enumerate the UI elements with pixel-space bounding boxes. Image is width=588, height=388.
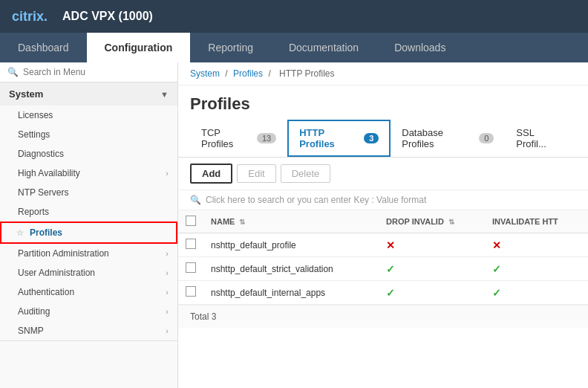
sidebar-section-system: System ▼ Licenses Settings Diagnostics H… xyxy=(0,83,177,341)
tab-reporting[interactable]: Reporting xyxy=(190,33,271,62)
breadcrumb-system[interactable]: System xyxy=(190,68,220,79)
content-area: System / Profiles / HTTP Profiles Profil… xyxy=(178,62,588,388)
total-bar: Total 3 xyxy=(178,305,588,328)
sidebar-item-licenses[interactable]: Licenses xyxy=(0,106,177,125)
arrow-right-icon: › xyxy=(166,307,169,316)
sidebar-section-title[interactable]: System ▼ xyxy=(0,83,177,106)
chevron-down-icon: ▼ xyxy=(160,90,169,99)
table-search-bar[interactable]: 🔍 Click here to search or you can enter … xyxy=(178,190,588,210)
check-icon: ✓ xyxy=(386,263,395,275)
nav-tabs: Dashboard Configuration Reporting Docume… xyxy=(0,33,588,62)
sidebar-item-authentication[interactable]: Authentication › xyxy=(0,282,177,302)
search-hint: Click here to search or you can enter Ke… xyxy=(206,195,426,205)
delete-button[interactable]: Delete xyxy=(281,164,331,183)
star-icon: ☆ xyxy=(16,228,24,238)
row-checkbox[interactable] xyxy=(186,262,196,273)
header-name[interactable]: NAME ⇅ xyxy=(203,210,379,233)
header-invalidate-http[interactable]: INVALIDATE HTT xyxy=(485,210,588,233)
check-icon: ✓ xyxy=(386,287,395,299)
row-invalidate-http: ✕ xyxy=(485,233,588,257)
row-drop-invalid: ✕ xyxy=(379,233,485,257)
tab-dashboard[interactable]: Dashboard xyxy=(0,33,87,62)
sidebar-item-ntp-servers[interactable]: NTP Servers xyxy=(0,183,177,202)
arrow-right-icon: › xyxy=(166,326,169,335)
arrow-right-icon: › xyxy=(166,268,169,277)
search-box[interactable]: 🔍 xyxy=(0,62,177,83)
top-bar: citrix. ADC VPX (1000) xyxy=(0,0,588,33)
profiles-table: NAME ⇅ DROP INVALID ⇅ INVALIDATE HTT nsh… xyxy=(178,210,588,305)
page-title: Profiles xyxy=(178,85,588,120)
row-name: nshttp_default_internal_apps xyxy=(203,281,379,305)
tab-ssl-profiles[interactable]: SSL Profil... xyxy=(505,120,576,156)
tab-database-profiles[interactable]: Database Profiles 0 xyxy=(391,120,505,156)
tab-documentation[interactable]: Documentation xyxy=(271,33,376,62)
total-label: Total xyxy=(190,311,209,322)
breadcrumb-current: HTTP Profiles xyxy=(279,68,334,79)
tab-configuration[interactable]: Configuration xyxy=(87,33,191,62)
sidebar: 🔍 System ▼ Licenses Settings Diagnostics… xyxy=(0,62,178,388)
sidebar-item-high-availability[interactable]: High Availability › xyxy=(0,164,177,183)
sort-icon: ⇅ xyxy=(239,218,245,226)
sidebar-item-snmp[interactable]: SNMP › xyxy=(0,321,177,340)
table-row: nshttp_default_profile ✕ ✕ xyxy=(178,233,588,257)
total-count-value: 3 xyxy=(212,311,217,322)
sidebar-item-profiles[interactable]: ☆ Profiles xyxy=(0,222,177,244)
row-drop-invalid: ✓ xyxy=(379,281,485,305)
database-count-badge: 0 xyxy=(479,133,494,143)
breadcrumb-sep2: / xyxy=(268,68,273,79)
table-row: nshttp_default_strict_validation ✓ ✓ xyxy=(178,257,588,281)
arrow-right-icon: › xyxy=(166,169,169,178)
profile-tabs: TCP Profiles 13 HTTP Profiles 3 Database… xyxy=(178,120,588,158)
search-icon: 🔍 xyxy=(190,195,201,205)
app-title: ADC VPX (1000) xyxy=(62,10,153,23)
row-checkbox[interactable] xyxy=(186,286,196,297)
action-bar: Add Edit Delete xyxy=(178,158,588,190)
select-all-checkbox[interactable] xyxy=(186,216,196,226)
check-icon: ✓ xyxy=(492,263,501,275)
tab-http-profiles[interactable]: HTTP Profiles 3 xyxy=(287,120,391,157)
row-invalidate-http: ✓ xyxy=(485,257,588,281)
row-drop-invalid: ✓ xyxy=(379,257,485,281)
table-row: nshttp_default_internal_apps ✓ ✓ xyxy=(178,281,588,305)
row-invalidate-http: ✓ xyxy=(485,281,588,305)
row-checkbox[interactable] xyxy=(186,239,196,249)
sidebar-item-diagnostics[interactable]: Diagnostics xyxy=(0,144,177,164)
x-icon: ✕ xyxy=(492,239,501,251)
sidebar-item-reports[interactable]: Reports xyxy=(0,202,177,222)
search-icon: 🔍 xyxy=(7,67,19,77)
citrix-logo-icon: citrix. xyxy=(12,9,48,25)
edit-button[interactable]: Edit xyxy=(237,164,275,183)
breadcrumb: System / Profiles / HTTP Profiles xyxy=(178,62,588,85)
breadcrumb-profiles[interactable]: Profiles xyxy=(233,68,263,79)
main-layout: 🔍 System ▼ Licenses Settings Diagnostics… xyxy=(0,62,588,388)
header-drop-invalid[interactable]: DROP INVALID ⇅ xyxy=(379,210,485,233)
sidebar-item-partition-administration[interactable]: Partition Administration › xyxy=(0,244,177,263)
breadcrumb-sep1: / xyxy=(225,68,230,79)
logo: citrix. xyxy=(12,9,48,25)
search-input[interactable] xyxy=(23,67,170,77)
row-name: nshttp_default_strict_validation xyxy=(203,257,379,281)
x-icon: ✕ xyxy=(386,239,395,251)
header-checkbox-col xyxy=(178,210,203,233)
add-button[interactable]: Add xyxy=(190,164,232,184)
sidebar-item-auditing[interactable]: Auditing › xyxy=(0,302,177,321)
sidebar-item-settings[interactable]: Settings xyxy=(0,125,177,144)
tcp-count-badge: 13 xyxy=(257,133,276,143)
sort-icon: ⇅ xyxy=(448,218,454,226)
row-name: nshttp_default_profile xyxy=(203,233,379,257)
sidebar-section-label: System xyxy=(9,88,43,100)
tab-tcp-profiles[interactable]: TCP Profiles 13 xyxy=(190,120,287,156)
arrow-right-icon: › xyxy=(166,288,169,297)
arrow-right-icon: › xyxy=(166,249,169,258)
sidebar-item-user-administration[interactable]: User Administration › xyxy=(0,263,177,282)
tab-downloads[interactable]: Downloads xyxy=(376,33,463,62)
http-count-badge: 3 xyxy=(364,133,379,143)
check-icon: ✓ xyxy=(492,287,501,299)
